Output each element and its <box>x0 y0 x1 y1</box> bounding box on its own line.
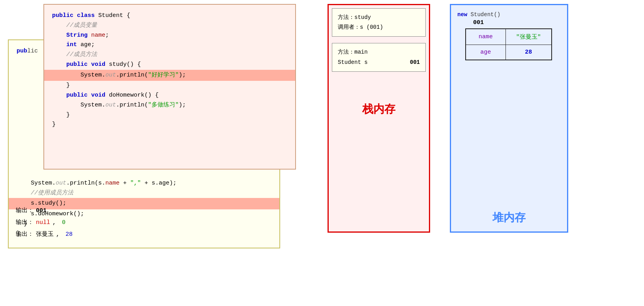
stack-frame-study: 方法：study 调用者：s (001) <box>332 8 426 37</box>
heap-field-label-age: age <box>466 45 505 60</box>
output-prefix: 输出： <box>16 217 34 229</box>
heap-field-row-age: age 28 <box>466 45 552 60</box>
output-section: 输出： 001 输出： null, 0 输出： 张曼玉, 28 <box>16 205 73 241</box>
code-comment: //成员方法 <box>52 50 287 60</box>
stack-frame-s-label: Student s <box>338 58 368 67</box>
code-comment: //成员变量 <box>52 21 287 31</box>
stack-frame-s-value: 001 <box>410 58 420 67</box>
code-line: String name; <box>52 31 287 41</box>
output-name-value: 张曼玉 <box>36 229 54 241</box>
code-line: System.out.println("多做练习"); <box>52 101 287 110</box>
memory-diagrams: 方法：study 调用者：s (001) 方法：main Student s 0… <box>328 4 568 233</box>
stack-frames: 方法：study 调用者：s (001) 方法：main Student s 0… <box>329 5 429 99</box>
output-prefix: 输出： <box>16 205 34 217</box>
code-line-comment: //使用成员方法 <box>17 188 271 198</box>
heap-field-value-age: 28 <box>505 45 552 60</box>
output-prefix: 输出： <box>16 229 34 241</box>
output-zero: 0 <box>62 217 66 229</box>
stack-frame-caller: 调用者：s (001) <box>338 22 420 32</box>
output-value-1: 001 <box>36 205 47 217</box>
output-line-1: 输出： 001 <box>16 205 73 217</box>
stack-memory-box: 方法：study 调用者：s (001) 方法：main Student s 0… <box>328 4 430 233</box>
code-area: public System.out.println(s.name + "," +… <box>8 4 300 248</box>
output-age-value: 28 <box>66 229 73 241</box>
heap-fields-table: name "张曼玉" age 28 <box>465 28 552 60</box>
output-line-2: 输出： null, 0 <box>16 217 73 229</box>
code-line: public class Student { <box>52 11 287 21</box>
stack-frame-method-main: 方法：main <box>338 47 368 57</box>
code-line: } <box>52 81 287 91</box>
heap-memory-box: new Student() 001 name "张曼玉" age 28 堆内存 <box>450 4 568 233</box>
heap-field-value-name: "张曼玉" <box>505 29 552 45</box>
main-layout: public System.out.println(s.name + "," +… <box>0 0 644 306</box>
stack-frame-main: 方法：main Student s 001 <box>332 43 426 71</box>
heap-field-label-name: name <box>466 29 505 45</box>
output-null: null <box>36 217 50 229</box>
heap-field-row-name: name "张曼玉" <box>466 29 552 45</box>
code-line: } <box>52 110 287 120</box>
heap-address: 001 <box>457 19 561 26</box>
output-comma2: , <box>56 229 63 241</box>
heap-title: 堆内存 <box>457 202 561 225</box>
stack-frame-main-row: 方法：main <box>338 47 420 57</box>
code-line: public void study() { <box>52 60 287 70</box>
output-comma: , <box>52 217 60 229</box>
code-line: int age; <box>52 40 287 50</box>
code-line: } <box>52 120 287 130</box>
code-line-highlight: System.out.println("好好学习"); <box>52 70 287 81</box>
code-line: System.out.println(s.name + "," + s.age)… <box>17 179 271 188</box>
stack-title: 栈内存 <box>329 99 429 121</box>
output-line-3: 输出： 张曼玉, 28 <box>16 229 73 241</box>
code-card-pink: public class Student { //成员变量 String nam… <box>43 4 296 170</box>
code-line: public void doHomework() { <box>52 91 287 101</box>
stack-frame-method-study: 方法：study <box>338 13 420 22</box>
heap-new-student-label: new Student() <box>457 11 561 18</box>
stack-frame-s-row: Student s 001 <box>338 58 420 67</box>
